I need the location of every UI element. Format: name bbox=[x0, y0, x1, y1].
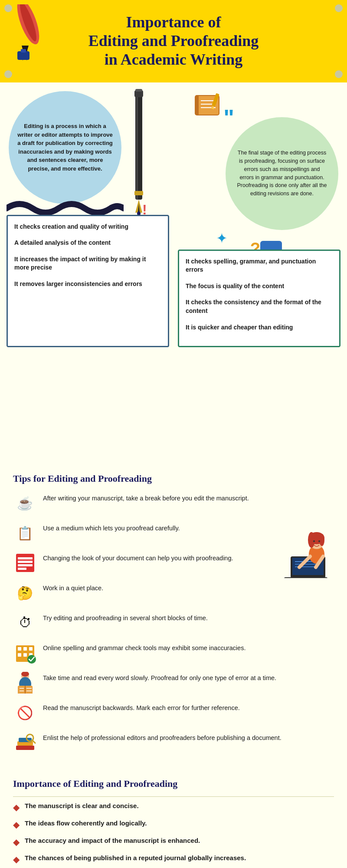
importance-text-2: The ideas flow coherently and logically. bbox=[25, 819, 147, 829]
importance-item-4: ◆ The chances of being published in a re… bbox=[13, 853, 334, 865]
diamond-icon-2: ◆ bbox=[13, 819, 20, 830]
importance-text-3: The accuracy and impact of the manuscrip… bbox=[25, 836, 200, 846]
editing-definition-text: Editing is a process in which a writer o… bbox=[17, 122, 113, 173]
tip-text-3: Changing the look of your document can h… bbox=[43, 551, 233, 563]
header: Importance of Editing and Proofreading i… bbox=[0, 0, 347, 82]
svg-rect-37 bbox=[18, 557, 33, 559]
svg-point-33 bbox=[318, 540, 320, 542]
tip-icon-1: ☕ bbox=[13, 491, 37, 515]
importance-text-4: The chances of being published in a repu… bbox=[25, 853, 246, 863]
importance-section: Importance of Editing and Proofreading ◆… bbox=[0, 769, 347, 868]
tips-list: ☕ After writing your manuscript, take a … bbox=[13, 491, 334, 755]
pen-icon-area bbox=[104, 87, 174, 217]
tip-text-2: Use a medium which lets you proofread ca… bbox=[43, 521, 180, 533]
importance-item-3: ◆ The accuracy and impact of the manuscr… bbox=[13, 836, 334, 847]
tip-icon-3 bbox=[13, 551, 37, 575]
tip-text-7: Take time and read every word slowly. Pr… bbox=[43, 671, 276, 683]
svg-rect-44 bbox=[29, 647, 33, 651]
editing-item-4: It removes larger inconsistencies and er… bbox=[14, 280, 161, 289]
editing-features-box: It checks creation and quality of writin… bbox=[7, 215, 169, 348]
tip-row-5: ⏱ Try editing and proofreading in severa… bbox=[13, 611, 334, 635]
tip-icon-6 bbox=[13, 641, 37, 665]
tip-row-1: ☕ After writing your manuscript, take a … bbox=[13, 491, 334, 515]
svg-rect-38 bbox=[18, 561, 33, 563]
editing-item-2: A detailed analysis of the content bbox=[14, 239, 161, 247]
page-title: Importance of Editing and Proofreading i… bbox=[17, 13, 330, 69]
tip-text-1: After writing your manuscript, take a br… bbox=[43, 491, 249, 503]
tip-row-9: Enlist the help of professional editors … bbox=[13, 731, 334, 755]
svg-point-32 bbox=[313, 540, 315, 542]
feather-quill-icon bbox=[9, 4, 48, 62]
proofreading-definition-bubble: The final stage of the editing process i… bbox=[226, 117, 338, 230]
svg-rect-5 bbox=[136, 95, 138, 200]
tip-text-6: Online spelling and grammar check tools … bbox=[43, 641, 246, 653]
svg-rect-13 bbox=[195, 95, 199, 115]
svg-rect-39 bbox=[18, 564, 33, 566]
tip-text-5: Try editing and proofreading in several … bbox=[43, 611, 208, 623]
corner-dot-br bbox=[335, 70, 343, 78]
tips-title: Tips for Editing and Proofreading bbox=[13, 473, 334, 484]
tip-icon-9 bbox=[13, 731, 37, 755]
pen-svg bbox=[126, 87, 152, 217]
svg-rect-58 bbox=[16, 746, 34, 750]
tip-text-9: Enlist the help of professional editors … bbox=[43, 731, 282, 743]
proofreading-item-3: It checks the consistency and the format… bbox=[186, 298, 333, 315]
tip-row-4: 🤔 Work in a quiet place. bbox=[13, 581, 334, 605]
tip-icon-8: 🚫 bbox=[13, 701, 37, 725]
diamond-icon-1: ◆ bbox=[13, 802, 20, 812]
proofreading-item-1: It checks spelling, grammar, and punctua… bbox=[186, 257, 333, 274]
importance-item-2: ◆ The ideas flow coherently and logicall… bbox=[13, 819, 334, 830]
tip-icon-7 bbox=[13, 671, 37, 695]
svg-point-31 bbox=[319, 534, 324, 546]
tip-icon-4: 🤔 bbox=[13, 581, 37, 605]
tip-row-6: Online spelling and grammar check tools … bbox=[13, 641, 334, 665]
girl-computer-icon bbox=[282, 526, 330, 580]
editing-item-1: It checks creation and quality of writin… bbox=[14, 223, 161, 231]
diamond-icon-3: ◆ bbox=[13, 837, 20, 847]
corner-dot-bl bbox=[4, 70, 12, 78]
proofreading-features-box: It checks spelling, grammar, and punctua… bbox=[178, 250, 340, 348]
svg-rect-40 bbox=[18, 568, 26, 570]
svg-rect-45 bbox=[18, 653, 21, 657]
middle-area: Editing is a process in which a writer o… bbox=[0, 82, 347, 464]
proofreading-item-2: The focus is quality of the content bbox=[186, 282, 333, 291]
tip-icon-2: 📋 bbox=[13, 521, 37, 545]
tip-text-4: Work in a quiet place. bbox=[43, 581, 103, 593]
tips-section: Tips for Editing and Proofreading bbox=[0, 464, 347, 769]
tip-row-8: 🚫 Read the manuscript backwards. Mark ea… bbox=[13, 701, 334, 725]
tip-icon-5: ⏱ bbox=[13, 611, 37, 635]
importance-title: Importance of Editing and Proofreading bbox=[13, 778, 334, 789]
divider bbox=[13, 796, 334, 797]
svg-rect-42 bbox=[18, 647, 21, 651]
importance-text-1: The manuscript is clear and concise. bbox=[25, 801, 139, 811]
proofreading-item-4: It is quicker and cheaper than editing bbox=[186, 323, 333, 332]
svg-rect-46 bbox=[23, 653, 27, 657]
svg-rect-11 bbox=[135, 89, 142, 92]
svg-rect-26 bbox=[284, 577, 327, 578]
corner-dot-tr bbox=[335, 4, 343, 12]
svg-rect-3 bbox=[21, 49, 26, 53]
importance-item-1: ◆ The manuscript is clear and concise. bbox=[13, 801, 334, 812]
quote-mark-icon: " bbox=[223, 106, 234, 129]
tip-row-7: Take time and read every word slowly. Pr… bbox=[13, 671, 334, 695]
svg-rect-6 bbox=[134, 191, 143, 195]
svg-rect-43 bbox=[23, 647, 27, 651]
tip-text-8: Read the manuscript backwards. Mark each… bbox=[43, 701, 240, 713]
book-icon bbox=[193, 91, 223, 123]
editing-item-3: It increases the impact of writing by ma… bbox=[14, 255, 161, 272]
two-columns: It checks creation and quality of writin… bbox=[7, 215, 340, 348]
proofreading-definition-text: The final stage of the editing process i… bbox=[236, 149, 327, 198]
diamond-icon-4: ◆ bbox=[13, 854, 20, 865]
